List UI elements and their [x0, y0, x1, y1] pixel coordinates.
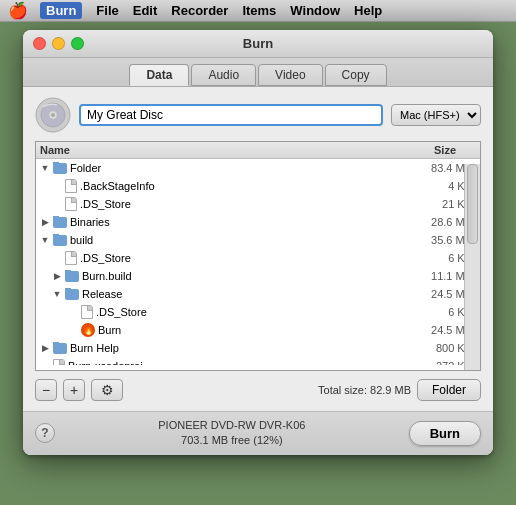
menu-recorder[interactable]: Recorder [171, 3, 228, 18]
menu-burn[interactable]: Burn [40, 2, 82, 19]
tabbar: Data Audio Video Copy [23, 58, 493, 87]
total-size: Total size: 82.9 MB [318, 384, 411, 396]
add-button[interactable]: + [63, 379, 85, 401]
file-list-container: Name Size Folder 83.4 MB [35, 141, 481, 371]
menubar: 🍎 Burn File Edit Recorder Items Window H… [0, 0, 516, 22]
remove-button[interactable]: − [35, 379, 57, 401]
column-size: Size [396, 144, 476, 156]
item-name: .BackStageInfo [80, 180, 155, 192]
list-item[interactable]: Folder 83.4 MB [36, 159, 480, 177]
file-icon [65, 197, 77, 211]
item-name: Burn-xcodonroi [68, 360, 143, 365]
disclosure-placeholder [52, 199, 62, 209]
disclosure-icon[interactable] [40, 217, 50, 227]
disclosure-placeholder [68, 325, 78, 335]
tab-copy[interactable]: Copy [325, 64, 387, 86]
item-name: build [70, 234, 93, 246]
drive-name: PIONEER DVD-RW DVR-K06 [65, 418, 399, 433]
item-name: .DS_Store [80, 252, 131, 264]
item-name: Folder [70, 162, 101, 174]
disc-name-input[interactable] [79, 104, 383, 126]
column-name: Name [40, 144, 396, 156]
tab-data[interactable]: Data [129, 64, 189, 86]
folder-icon [65, 289, 79, 300]
apple-menu[interactable]: 🍎 [8, 1, 28, 20]
list-item[interactable]: .BackStageInfo 4 KB [36, 177, 480, 195]
burn-button[interactable]: Burn [409, 421, 481, 446]
file-icon [53, 359, 65, 365]
list-item[interactable]: Burn Help 800 KB [36, 339, 480, 357]
disclosure-icon[interactable] [40, 163, 50, 173]
disclosure-placeholder [68, 307, 78, 317]
tab-audio[interactable]: Audio [191, 64, 256, 86]
burn-window: Burn Data Audio Video Copy Mac (HFS+) [23, 30, 493, 455]
help-button[interactable]: ? [35, 423, 55, 443]
folder-icon [53, 235, 67, 246]
burn-app-icon: 🔥 [81, 323, 95, 337]
list-item[interactable]: build 35.6 MB [36, 231, 480, 249]
menu-help[interactable]: Help [354, 3, 382, 18]
content-area: Mac (HFS+) Name Size Folder 83.4 MB [23, 87, 493, 411]
disc-icon [35, 97, 71, 133]
bottom-toolbar: − + ⚙ Total size: 82.9 MB Folder [35, 379, 481, 401]
folder-icon [65, 271, 79, 282]
disclosure-icon[interactable] [40, 343, 50, 353]
item-name: Burn.build [82, 270, 132, 282]
drive-free: 703.1 MB free (12%) [65, 433, 399, 448]
list-item[interactable]: .DS_Store 21 KB [36, 195, 480, 213]
list-item[interactable]: Release 24.5 MB [36, 285, 480, 303]
window-title: Burn [243, 36, 273, 51]
disclosure-placeholder [52, 253, 62, 263]
menu-edit[interactable]: Edit [133, 3, 158, 18]
list-item[interactable]: 🔥 Burn 24.5 MB [36, 321, 480, 339]
list-item[interactable]: .DS_Store 6 KB [36, 249, 480, 267]
zoom-button[interactable] [71, 37, 84, 50]
close-button[interactable] [33, 37, 46, 50]
minimize-button[interactable] [52, 37, 65, 50]
list-item[interactable]: Burn.build 11.1 MB [36, 267, 480, 285]
titlebar: Burn [23, 30, 493, 58]
disclosure-icon[interactable] [52, 271, 62, 281]
item-name: .DS_Store [80, 198, 131, 210]
disclosure-placeholder [40, 361, 50, 365]
format-select[interactable]: Mac (HFS+) [391, 104, 481, 126]
disclosure-icon[interactable] [40, 235, 50, 245]
item-name: Burn [98, 324, 121, 336]
item-name: .DS_Store [96, 306, 147, 318]
drive-info: PIONEER DVD-RW DVR-K06 703.1 MB free (12… [65, 418, 399, 449]
item-name: Binaries [70, 216, 110, 228]
menu-window[interactable]: Window [290, 3, 340, 18]
gear-button[interactable]: ⚙ [91, 379, 123, 401]
item-name: Burn Help [70, 342, 119, 354]
file-list[interactable]: Folder 83.4 MB .BackStageInfo 4 KB [36, 159, 480, 365]
file-icon [81, 305, 93, 319]
tab-video[interactable]: Video [258, 64, 322, 86]
file-icon [65, 251, 77, 265]
list-item[interactable]: Binaries 28.6 MB [36, 213, 480, 231]
folder-button[interactable]: Folder [417, 379, 481, 401]
folder-icon [53, 163, 67, 174]
item-name: Release [82, 288, 122, 300]
menu-items[interactable]: Items [242, 3, 276, 18]
traffic-lights [33, 37, 84, 50]
info-bar: ? PIONEER DVD-RW DVR-K06 703.1 MB free (… [23, 411, 493, 455]
disc-row: Mac (HFS+) [35, 97, 481, 133]
list-item[interactable]: Burn-xcodonroi 272 KB [36, 357, 480, 365]
folder-icon [53, 217, 67, 228]
scrollbar[interactable] [464, 164, 480, 370]
file-icon [65, 179, 77, 193]
file-list-header: Name Size [36, 142, 480, 159]
disclosure-icon[interactable] [52, 289, 62, 299]
menu-file[interactable]: File [96, 3, 118, 18]
list-item[interactable]: .DS_Store 6 KB [36, 303, 480, 321]
svg-point-3 [51, 113, 55, 117]
folder-icon [53, 343, 67, 354]
scrollbar-thumb[interactable] [467, 164, 478, 244]
disclosure-placeholder [52, 181, 62, 191]
